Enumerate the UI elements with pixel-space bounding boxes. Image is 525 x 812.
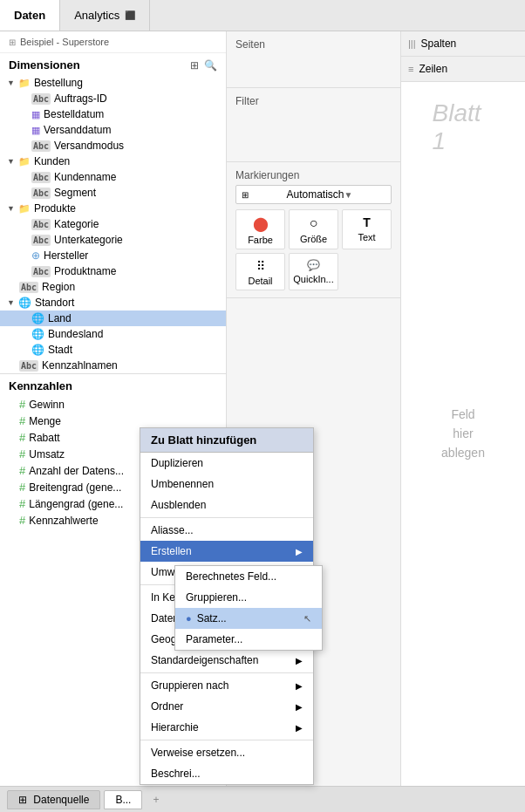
item-auftrags-id[interactable]: Abc Auftrags-ID	[0, 91, 226, 106]
ctx-standardeigenschaften[interactable]: Standardeigenschaften ▶	[140, 650, 313, 671]
item-kennzahlnamen[interactable]: Abc Kennzahlnamen	[0, 358, 226, 373]
abc-icon-seg: Abc	[31, 188, 51, 199]
submenu-berechnetes-feld[interactable]: Berechnetes Feld...	[175, 566, 322, 587]
globe-folder-icon: 🌐	[18, 297, 31, 309]
abc-icon: Abc	[31, 93, 51, 105]
item-versandmodus[interactable]: Abc Versandmodus	[0, 138, 226, 154]
ctx-ausblenden[interactable]: Ausblenden	[140, 495, 313, 515]
ctx-gruppieren-nach[interactable]: Gruppieren nach ▶	[140, 675, 313, 696]
item-stadt[interactable]: 🌐 Stadt	[0, 342, 226, 358]
group-kunden-header[interactable]: ▼ 📁 Kunden	[0, 154, 226, 169]
submenu-gruppieren[interactable]: Gruppieren...	[175, 587, 322, 608]
search-icon[interactable]: 🔍	[204, 59, 217, 72]
ctx-beschrei-label: Beschrei...	[151, 768, 201, 780]
spalten-label: Spalten	[421, 38, 457, 50]
ctx-umbenennen[interactable]: Umbenennen	[140, 474, 313, 495]
seiten-section: Seiten	[227, 31, 400, 88]
ctx-duplizieren[interactable]: Duplizieren	[140, 453, 313, 474]
item-versandmodus-label: Versandmodus	[54, 140, 124, 152]
spalten-drop-area[interactable]	[461, 35, 518, 52]
ctx-gruppieren-nach-label: Gruppieren nach	[151, 679, 228, 692]
item-menge-label: Menge	[29, 415, 61, 427]
markierungen-label: Markierungen	[235, 169, 392, 181]
zeilen-drop-area[interactable]	[453, 60, 518, 78]
mark-btn-groesse[interactable]: ○ Größe	[289, 209, 338, 249]
zeilen-label: Zeilen	[419, 63, 447, 75]
dimensions-header: Dimensionen ⊞ 🔍	[0, 53, 226, 75]
item-unterkategorie[interactable]: Abc Unterkategorie	[0, 232, 226, 248]
ctx-standardeigenschaften-arrow: ▶	[296, 656, 303, 665]
folder-icon-k: 📁	[18, 156, 31, 167]
detail-icon: ⠿	[256, 259, 265, 273]
item-kategorie[interactable]: Abc Kategorie	[0, 216, 226, 232]
item-versanddatum[interactable]: ▦ Versanddatum	[0, 122, 226, 138]
item-bestelldatum[interactable]: ▦ Bestelldatum	[0, 106, 226, 122]
hash-icon-m: #	[19, 414, 25, 427]
ctx-ordner[interactable]: Ordner ▶	[140, 696, 313, 717]
tab-daten[interactable]: Daten	[0, 0, 60, 31]
submenu-parameter[interactable]: Parameter...	[175, 629, 322, 650]
ctx-verweise-label: Verweise ersetzen...	[151, 747, 245, 759]
seiten-drop-area[interactable]	[235, 54, 392, 80]
ctx-beschrei[interactable]: Beschrei...	[140, 763, 313, 784]
item-region[interactable]: Abc Region	[0, 279, 226, 295]
new-sheet-button[interactable]: +	[146, 791, 166, 809]
submenu: Berechnetes Feld... Gruppieren... ● Satz…	[174, 565, 323, 651]
ctx-standardeigenschaften-label: Standardeigenschaften	[151, 654, 258, 666]
context-menu-header: Zu Blatt hinzufügen	[140, 428, 313, 453]
item-gewinn[interactable]: # Gewinn	[0, 396, 226, 413]
tab-daten-label: Daten	[14, 9, 45, 22]
item-land-label: Land	[48, 312, 72, 324]
satz-icon: ●	[186, 613, 192, 624]
tab-analytics[interactable]: Analytics ⬛	[60, 0, 150, 31]
cursor-icon: ↖	[303, 613, 311, 624]
mark-btn-detail[interactable]: ⠿ Detail	[235, 253, 285, 290]
ctx-hierarchie[interactable]: Hierarchie ▶	[140, 717, 313, 738]
ctx-erstellen[interactable]: Erstellen ▶	[140, 541, 313, 562]
item-segment[interactable]: Abc Segment	[0, 185, 226, 201]
mark-btn-farbe[interactable]: ⬤ Farbe	[235, 209, 285, 249]
filter-section: Filter	[227, 88, 400, 162]
bottom-tab-blatt[interactable]: B...	[104, 790, 142, 809]
top-tab-bar: Daten Analytics ⬛	[0, 0, 525, 31]
ctx-ordner-arrow: ▶	[296, 702, 303, 712]
filter-drop-area[interactable]	[235, 111, 392, 154]
link-icon: ⊕	[31, 249, 40, 262]
item-kundenname-label: Kundenname	[54, 171, 116, 183]
group-bestellung-header[interactable]: ▼ 📁 Bestellung	[0, 75, 226, 91]
canvas-area[interactable]: Blatt 1 Feld hier ablegen	[401, 82, 525, 786]
ctx-ordner-label: Ordner	[151, 700, 183, 713]
item-segment-label: Segment	[54, 187, 96, 199]
mark-type-select[interactable]: ⊞ Automatisch ▼	[235, 185, 392, 204]
item-kundenname[interactable]: Abc Kundenname	[0, 169, 226, 185]
group-standort-header[interactable]: ▼ 🌐 Standort	[0, 295, 226, 310]
color-dots-icon: ⬤	[253, 215, 269, 232]
item-land[interactable]: 🌐 Land	[0, 310, 226, 326]
drop-hint: Feld hier ablegen	[441, 405, 485, 463]
seiten-label: Seiten	[235, 38, 392, 51]
filter-label: Filter	[235, 95, 392, 107]
globe-icon-st: 🌐	[31, 344, 44, 356]
datasource-icon: ⊞	[9, 38, 16, 47]
ctx-aliasse[interactable]: Aliasse...	[140, 520, 313, 541]
ctx-verweise[interactable]: Verweise ersetzen...	[140, 742, 313, 763]
folder-icon: 📁	[18, 78, 31, 89]
item-anzahl-label: Anzahl der Datens...	[29, 465, 124, 477]
hash-icon-br: #	[19, 481, 25, 494]
grid-icon[interactable]: ⊞	[190, 59, 199, 72]
ctx-divider-1	[140, 517, 313, 518]
item-hersteller[interactable]: ⊕ Hersteller	[0, 248, 226, 263]
submenu-satz[interactable]: ● Satz... ↖	[175, 608, 322, 629]
bottom-tab-datenquelle[interactable]: ⊞ Datenquelle	[7, 790, 100, 809]
item-hersteller-label: Hersteller	[44, 249, 88, 262]
hash-icon-la: #	[19, 497, 25, 510]
tooltip-icon: 💬	[307, 259, 320, 271]
globe-icon-land: 🌐	[31, 312, 44, 324]
mark-type-label: Automatisch	[286, 188, 344, 201]
mark-btn-quickinfo[interactable]: 💬 QuickIn...	[289, 253, 338, 290]
group-produkte-header[interactable]: ▼ 📁 Produkte	[0, 201, 226, 216]
mark-btn-text[interactable]: T Text	[342, 209, 392, 249]
item-bundesland[interactable]: 🌐 Bundesland	[0, 326, 226, 342]
item-auftrags-id-label: Auftrags-ID	[54, 92, 107, 105]
item-produktname[interactable]: Abc Produktname	[0, 263, 226, 279]
